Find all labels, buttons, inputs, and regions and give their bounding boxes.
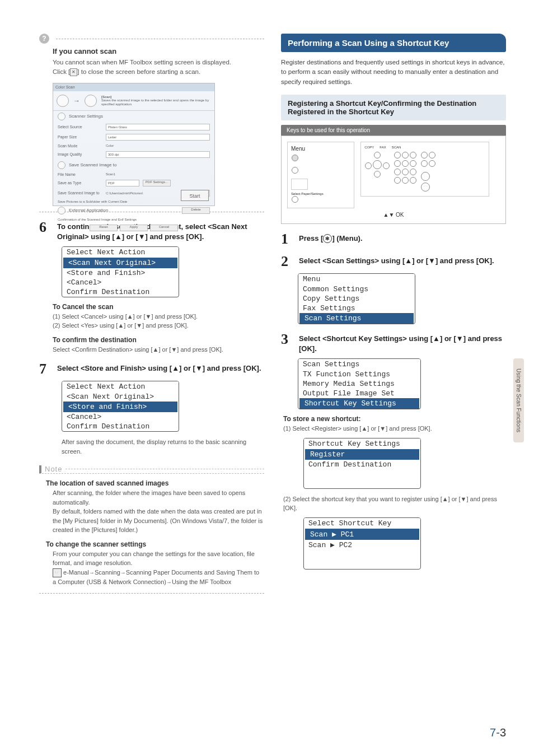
pdf-settings-button[interactable]: PDF Settings... bbox=[143, 180, 171, 186]
cancel-scan-heading: To Cancel the scan bbox=[53, 303, 264, 311]
key-icon bbox=[429, 160, 435, 167]
copy-tab: COPY bbox=[364, 146, 374, 149]
reset-button[interactable]: Reset bbox=[90, 225, 118, 231]
lcd-title: Select Next Action bbox=[62, 381, 179, 392]
numpad bbox=[394, 151, 417, 193]
start-button[interactable]: Start bbox=[181, 190, 209, 201]
delete-button[interactable]: Delete bbox=[182, 207, 210, 214]
lcd-row: Memory Media Settings bbox=[298, 379, 420, 389]
section-intro: Register destinations and frequently use… bbox=[281, 58, 506, 87]
lcd-row: Confirm Destination bbox=[62, 422, 179, 431]
note-location-l1: After scanning, the folder where the ima… bbox=[53, 488, 264, 507]
note-change-heading: To change the scanner settings bbox=[46, 540, 264, 548]
up-icon bbox=[374, 152, 381, 158]
key-1 bbox=[394, 152, 401, 158]
start-key-icon bbox=[421, 183, 430, 192]
lcd-row: Output File Image Set bbox=[298, 389, 420, 398]
page-number: 7-3 bbox=[490, 726, 506, 739]
lcd-row-selected: <Store and Finish> bbox=[63, 402, 177, 412]
note-label: Note bbox=[39, 465, 264, 474]
image-quality-label: Image Quality bbox=[58, 152, 102, 156]
step-number: 3 bbox=[281, 332, 293, 347]
lcd-row-empty bbox=[304, 550, 420, 559]
lcd-title: Shortcut Key Settings bbox=[304, 438, 420, 449]
app-icon bbox=[58, 207, 65, 214]
file-name-label: File Name bbox=[58, 172, 102, 176]
scan-tab: SCAN bbox=[392, 146, 401, 149]
save-to-label: Save Scanned Image to bbox=[58, 191, 102, 195]
paper-size-field[interactable]: Letter bbox=[106, 134, 210, 141]
left-icon bbox=[365, 162, 372, 169]
save-type-field[interactable]: PDF bbox=[106, 180, 139, 186]
key-icon bbox=[292, 167, 298, 174]
key-4 bbox=[394, 160, 401, 167]
store-shortcut-l1: (1) Select <Register> using [▲] or [▼] a… bbox=[283, 424, 506, 433]
sub-section-bar: Registering a Shortcut Key/Confirming th… bbox=[281, 95, 506, 120]
lcd-title: Select Shortcut Key bbox=[304, 518, 420, 529]
lcd-title: Select Next Action bbox=[62, 247, 179, 258]
nav-pad bbox=[364, 151, 390, 193]
cancel-scan-line1: (1) Select <Cancel> using [▲] or [▼] and… bbox=[53, 312, 264, 321]
stop-key-icon bbox=[421, 172, 430, 181]
arrow-icon: → bbox=[73, 97, 80, 105]
right-icon bbox=[383, 162, 390, 169]
confirm-dest-heading: To confirm the destination bbox=[53, 336, 264, 344]
image-quality-field[interactable]: 300 dpi bbox=[106, 151, 210, 158]
lcd-row: <Scan Next Original> bbox=[62, 392, 179, 402]
folder-icon bbox=[85, 95, 97, 107]
lcd-row: Confirm Destination bbox=[62, 287, 179, 297]
if-cannot-scan-heading: If you cannot scan bbox=[53, 47, 264, 55]
store-shortcut-l2: (2) Select the shortcut key that you wan… bbox=[283, 494, 506, 513]
lcd-row-selected: <Scan Next Original> bbox=[63, 258, 177, 268]
mf-toolbox-dialog-screenshot: Color Scan → [Scan] Saves the scanned im… bbox=[53, 83, 215, 206]
step-3: 3 Select <Shortcut Key Settings> using [… bbox=[281, 332, 506, 354]
step-2-text: Select <Scan Settings> using [▲] or [▼] … bbox=[299, 254, 506, 266]
save-icon bbox=[58, 161, 65, 169]
cancel-button[interactable]: Cancel bbox=[150, 225, 178, 231]
scanner-icon bbox=[57, 95, 69, 107]
menu-key-diagram: Menu Select Paper/Settings bbox=[287, 142, 354, 208]
key-6 bbox=[410, 160, 416, 167]
lcd-row: Confirm Destination bbox=[304, 460, 420, 469]
key-7 bbox=[394, 169, 401, 175]
step-number: 7 bbox=[39, 362, 51, 376]
step-7: 7 Select <Store and Finish> using [▲] or… bbox=[39, 362, 264, 376]
step-1: 1 Press [✻] (Menu). bbox=[281, 232, 506, 246]
dialog-titlebar: Color Scan bbox=[53, 83, 214, 91]
lcd-row: Fax Settings bbox=[298, 304, 415, 313]
keys-panel-wrapper: Keys to be used for this operation Menu … bbox=[281, 125, 506, 224]
save-images-label: Save Scanned Image to bbox=[69, 162, 116, 167]
note-location-l2: By default, folders named with the date … bbox=[53, 507, 264, 535]
lcd-step6: Select Next Action <Scan Next Original> … bbox=[62, 246, 179, 297]
key-8 bbox=[402, 169, 409, 175]
lcd-select-shortcut: Select Shortcut Key Scan ▶ PC1 Scan ▶ PC… bbox=[303, 517, 421, 570]
step-number: 6 bbox=[39, 220, 51, 235]
step-2: 2 Select <Scan Settings> using [▲] or [▼… bbox=[281, 254, 506, 269]
lcd-row-selected: Register bbox=[305, 449, 419, 460]
key-2 bbox=[402, 152, 409, 158]
lcd-title: Scan Settings bbox=[298, 359, 420, 370]
lcd-title: Menu bbox=[298, 274, 415, 284]
after-save-text: After saving the document, the display r… bbox=[62, 437, 264, 456]
select-source-field[interactable]: Platen Glass bbox=[106, 124, 210, 130]
select-paper-label: Select Paper/Settings bbox=[291, 192, 350, 195]
scan-bold-label: [Scan] bbox=[101, 95, 111, 99]
save-type-label: Save as Type bbox=[58, 181, 102, 185]
scanner-settings-label: Scanner Settings bbox=[69, 114, 103, 119]
side-tab: Using the Scan Functions bbox=[513, 358, 524, 442]
down-icon bbox=[374, 171, 381, 178]
lcd-step7: Select Next Action <Scan Next Original> … bbox=[62, 381, 179, 432]
section-bar: Performing a Scan Using a Shortcut Key bbox=[281, 34, 506, 52]
lcd-row-selected: Scan ▶ PC1 bbox=[305, 529, 419, 540]
note-location-heading: The location of saved scanned images bbox=[46, 479, 264, 487]
apply-button[interactable]: Apply bbox=[120, 225, 148, 231]
lcd-row-selected: Scan Settings bbox=[299, 313, 414, 324]
action-keys bbox=[420, 151, 436, 193]
keys-panel: Menu Select Paper/Settings COPY FAX SCAN bbox=[281, 136, 506, 224]
confirm-checkbox-label: Confirmation of the Scanned Image and Ex… bbox=[58, 218, 137, 221]
right-column: Performing a Scan Using a Shortcut Key R… bbox=[281, 34, 506, 734]
step-1-text: Press [✻] (Menu). bbox=[299, 232, 506, 244]
lcd-store: Shortcut Key Settings Register Confirm D… bbox=[303, 438, 421, 489]
note-change-l1: From your computer you can change the se… bbox=[53, 549, 264, 568]
cancel-scan-line2: (2) Select <Yes> using [▲] or [▼] and pr… bbox=[53, 321, 264, 330]
